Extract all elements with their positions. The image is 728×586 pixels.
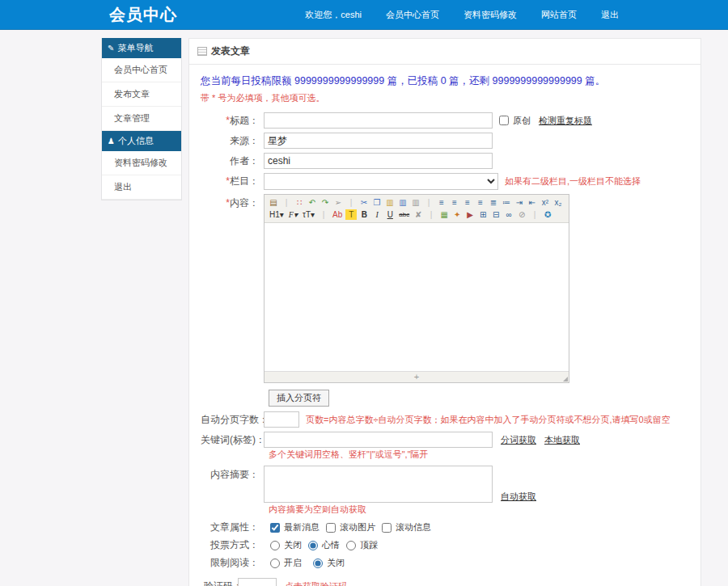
attr-option-scroll-info[interactable]: 滚动信息 <box>382 521 431 533</box>
keywords-hint: 多个关键词用空格、竖杆"|"或逗号","隔开 <box>269 449 689 461</box>
vote-option-close[interactable]: 关闭 <box>270 539 302 551</box>
auto-page-input[interactable] <box>264 411 299 428</box>
captcha-input[interactable] <box>238 578 277 586</box>
redo-icon[interactable]: ↷ <box>320 197 331 208</box>
captcha-fetch-link[interactable]: 点击获取验证码 <box>285 580 347 586</box>
captcha-row: 验证码： 点击获取验证码 <box>201 578 689 586</box>
table-icon[interactable]: ⊞ <box>477 209 489 220</box>
content-label: *内容： <box>201 194 264 210</box>
editor-resize-handle[interactable] <box>563 377 568 382</box>
help-icon[interactable]: ✪ <box>542 209 553 220</box>
highlight-color-icon[interactable]: T <box>345 209 357 220</box>
restrict-option-on[interactable]: 开启 <box>270 557 302 569</box>
image-icon[interactable]: ▦ <box>438 209 450 220</box>
attr-option-scroll-image[interactable]: 滚动图片 <box>326 521 375 533</box>
original-checkbox[interactable] <box>499 116 509 125</box>
nav-logout[interactable]: 退出 <box>601 9 619 21</box>
nav-site-home[interactable]: 网站首页 <box>541 9 577 21</box>
paste-word-icon[interactable]: ▥ <box>397 197 408 208</box>
preview-icon[interactable]: ∷ <box>294 197 305 208</box>
restrict-option-off[interactable]: 关闭 <box>313 557 345 569</box>
title-input[interactable] <box>264 112 493 129</box>
top-nav: 欢迎您，ceshi 会员中心首页 资料密码修改 网站首页 退出 <box>305 9 619 21</box>
top-header-bar: 会员中心 欢迎您，ceshi 会员中心首页 资料密码修改 网站首页 退出 <box>0 0 728 30</box>
editor-content-area[interactable] <box>265 223 569 371</box>
sidebar-section-title: 菜单导航 <box>117 42 153 54</box>
attr-option-latest-news[interactable]: 最新消息 <box>270 521 320 533</box>
align-justify-icon[interactable]: ≡ <box>475 197 486 208</box>
attr-checkbox-latest-news[interactable] <box>270 523 280 533</box>
sidebar-item-publish-article[interactable]: 发布文章 <box>102 82 181 107</box>
restrict-radio-off[interactable] <box>313 559 323 568</box>
font-family-icon[interactable]: F▾ <box>287 209 299 220</box>
summary-auto-fetch-link[interactable]: 自动获取 <box>501 491 536 503</box>
sidebar-section-menu-nav: ✎ 菜单导航 <box>102 38 181 58</box>
strikethrough-icon[interactable]: abc <box>397 209 411 220</box>
summary-label: 内容摘要： <box>201 466 264 482</box>
sidebar-item-profile-password[interactable]: 资料密码修改 <box>102 151 181 175</box>
keywords-segment-fetch-link[interactable]: 分词获取 <box>501 434 536 446</box>
editor-toolbar-row2: H1▾F▾τT▾|AbTBIUabc✘|▦✦▶⊞⊟∞⊘|✪ <box>268 209 565 221</box>
sidebar-item-article-manage[interactable]: 文章管理 <box>102 107 181 131</box>
heading-icon[interactable]: H1▾ <box>268 209 286 220</box>
undo-icon[interactable]: ↶ <box>307 197 318 208</box>
vote-radio-close[interactable] <box>270 541 280 550</box>
restrict-radio-on[interactable] <box>270 559 280 568</box>
attr-checkbox-scroll-image[interactable] <box>326 523 336 533</box>
insert-page-break-button[interactable]: 插入分页符 <box>269 390 329 407</box>
underline-icon[interactable]: U <box>384 209 396 220</box>
subscript-icon[interactable]: x₂ <box>552 197 564 208</box>
bullet-list-icon[interactable]: ≔ <box>501 197 512 208</box>
copy-icon[interactable]: ❐ <box>371 197 383 208</box>
indent-icon[interactable]: ⇥ <box>514 197 525 208</box>
sidebar-item-member-home[interactable]: 会员中心首页 <box>102 58 181 82</box>
unlink-icon[interactable]: ⊘ <box>516 209 527 220</box>
category-row: *栏目： 如果有二级栏目,一级栏目不能选择 <box>201 173 689 190</box>
superscript-icon[interactable]: x² <box>540 197 551 208</box>
italic-icon[interactable]: I <box>371 209 383 220</box>
vote-radio-mood[interactable] <box>308 541 318 550</box>
editor-expand-handle[interactable]: + <box>414 372 419 382</box>
category-select[interactable] <box>264 173 498 190</box>
panel-header: 发表文章 <box>189 39 700 65</box>
font-size-icon[interactable]: τT▾ <box>301 209 316 220</box>
remove-format-icon[interactable]: ✘ <box>413 209 424 220</box>
source-code-icon[interactable]: ▤ <box>268 197 279 208</box>
vote-row: 投票方式： 关闭 心情 顶踩 <box>201 538 689 552</box>
ordered-list-icon[interactable]: ≣ <box>488 197 499 208</box>
sidebar-item-logout[interactable]: 退出 <box>102 175 181 200</box>
rich-text-editor: ▤|∷↶↷➢|✂❐▥▥▥|≡≡≡≡≣≔⇥⇤x²x₂ H1▾F▾τT▾|AbTBI… <box>264 194 569 383</box>
horizontal-rule-icon[interactable]: ⊟ <box>490 209 502 220</box>
sidebar-section-title: 个人信息 <box>118 135 154 147</box>
link-icon[interactable]: ∞ <box>503 209 514 220</box>
flash-icon[interactable]: ✦ <box>451 209 463 220</box>
media-icon[interactable]: ▶ <box>464 209 476 220</box>
site-title: 会员中心 <box>109 4 177 26</box>
attr-checkbox-scroll-info[interactable] <box>382 523 392 533</box>
nav-profile-password[interactable]: 资料密码修改 <box>463 9 517 21</box>
vote-radio-updown[interactable] <box>346 541 356 550</box>
paste-icon[interactable]: ▥ <box>384 197 396 208</box>
keywords-input[interactable] <box>264 432 493 448</box>
keywords-local-fetch-link[interactable]: 本地获取 <box>544 434 580 446</box>
duplicate-title-check-link[interactable]: 检测重复标题 <box>539 115 592 127</box>
original-checkbox-wrap[interactable]: 原创 <box>499 115 531 127</box>
vote-option-label: 心情 <box>322 539 340 551</box>
attributes-label: 文章属性： <box>201 521 264 534</box>
font-color-icon[interactable]: Ab <box>331 209 344 220</box>
bold-icon[interactable]: B <box>358 209 370 220</box>
select-all-icon[interactable]: ➢ <box>332 197 344 208</box>
nav-welcome-user[interactable]: 欢迎您，ceshi <box>305 9 362 21</box>
outdent-icon[interactable]: ⇤ <box>527 197 538 208</box>
nav-member-home[interactable]: 会员中心首页 <box>386 9 439 21</box>
source-input[interactable] <box>264 133 493 149</box>
vote-option-updown[interactable]: 顶踩 <box>346 539 378 551</box>
align-right-icon[interactable]: ≡ <box>462 197 473 208</box>
align-left-icon[interactable]: ≡ <box>436 197 447 208</box>
align-center-icon[interactable]: ≡ <box>449 197 460 208</box>
summary-textarea[interactable] <box>264 466 493 503</box>
author-input[interactable] <box>264 153 493 169</box>
cut-icon[interactable]: ✂ <box>358 197 370 208</box>
paste-text-icon[interactable]: ▥ <box>410 197 421 208</box>
vote-option-mood[interactable]: 心情 <box>308 539 340 551</box>
